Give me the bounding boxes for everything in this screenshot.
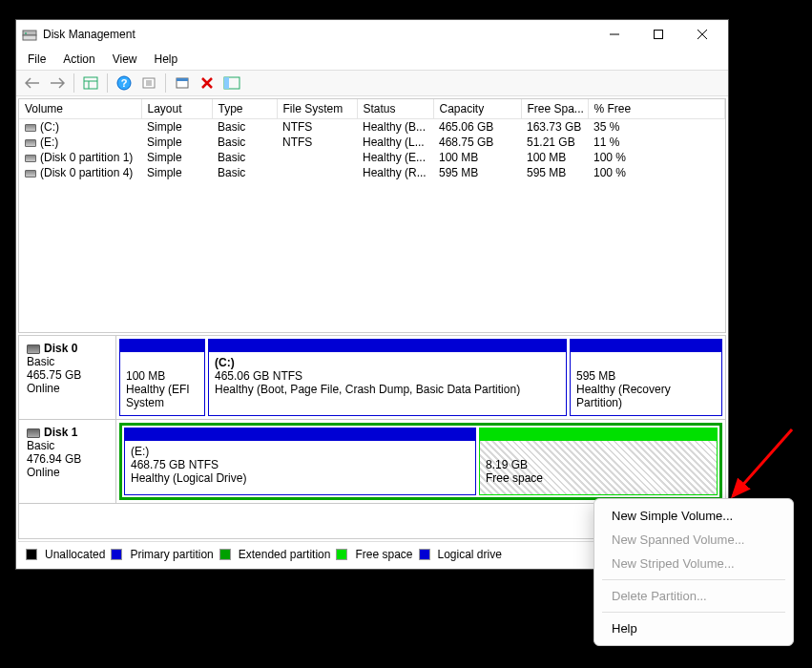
col-volume[interactable]: Volume: [19, 99, 141, 119]
disk-1-label[interactable]: Disk 1 Basic 476.94 GB Online: [19, 420, 116, 503]
svg-line-12: [733, 429, 792, 496]
disk1-freespace[interactable]: 8.19 GB Free space: [479, 428, 718, 495]
svg-text:?: ?: [121, 77, 128, 89]
app-icon: [22, 27, 37, 42]
disk-icon: [27, 428, 40, 438]
table-row[interactable]: (Disk 0 partition 4)SimpleBasicHealthy (…: [19, 165, 725, 180]
refresh-button[interactable]: [137, 73, 160, 94]
menu-file[interactable]: File: [20, 51, 53, 68]
ctx-help[interactable]: Help: [594, 616, 793, 640]
legend-free: Free space: [355, 548, 412, 561]
context-menu: New Simple Volume... New Spanned Volume.…: [593, 498, 794, 646]
legend-logical: Logical drive: [438, 548, 502, 561]
disk1-part-e[interactable]: (E:) 468.75 GB NTFS Healthy (Logical Dri…: [124, 428, 476, 495]
minimize-button[interactable]: [593, 20, 636, 49]
col-status[interactable]: Status: [357, 99, 433, 119]
delete-button[interactable]: [196, 73, 219, 94]
disk-management-window: Disk Management File Action View Help ? …: [15, 19, 729, 570]
maximize-button[interactable]: [636, 20, 680, 49]
volume-icon: [25, 139, 36, 147]
toolbar: ?: [16, 70, 728, 96]
ctx-new-striped-volume: New Striped Volume...: [594, 552, 793, 575]
disk-row-0: Disk 0 Basic 465.75 GB Online 100 MB Hea…: [19, 336, 725, 420]
disk1-extended-partition[interactable]: (E:) 468.75 GB NTFS Healthy (Logical Dri…: [119, 423, 722, 500]
disk-row-1: Disk 1 Basic 476.94 GB Online (E:) 468.7…: [19, 420, 725, 504]
ctx-delete-partition: Delete Partition...: [594, 584, 793, 608]
legend-extended: Extended partition: [239, 548, 331, 561]
close-button[interactable]: [680, 20, 724, 49]
menu-help[interactable]: Help: [147, 51, 186, 68]
disk-0-label[interactable]: Disk 0 Basic 465.75 GB Online: [19, 336, 116, 419]
svg-rect-1: [23, 35, 36, 40]
properties-button[interactable]: [171, 73, 194, 94]
menu-action[interactable]: Action: [55, 51, 102, 68]
back-button[interactable]: [21, 73, 44, 94]
window-title: Disk Management: [43, 28, 593, 41]
layout-button[interactable]: [220, 73, 243, 94]
svg-rect-0: [23, 31, 36, 35]
disk0-part-recovery[interactable]: 595 MB Healthy (Recovery Partition): [570, 339, 722, 416]
volume-icon: [25, 155, 36, 162]
disk-icon: [27, 344, 40, 354]
svg-rect-9: [177, 78, 188, 81]
col-layout[interactable]: Layout: [141, 99, 212, 119]
col-fs[interactable]: File System: [277, 99, 357, 119]
volume-list[interactable]: Volume Layout Type File System Status Ca…: [18, 98, 726, 333]
help-button[interactable]: ?: [113, 73, 135, 94]
svg-point-2: [25, 32, 27, 34]
forward-button[interactable]: [46, 73, 69, 94]
svg-rect-4: [84, 77, 97, 89]
ctx-new-spanned-volume: New Spanned Volume...: [594, 528, 793, 552]
volume-icon: [25, 170, 36, 177]
disk0-part-efi[interactable]: 100 MB Healthy (EFI System: [119, 339, 205, 416]
disk0-part-c[interactable]: (C:) 465.06 GB NTFS Healthy (Boot, Page …: [208, 339, 567, 416]
volume-icon: [25, 124, 36, 132]
ctx-new-simple-volume[interactable]: New Simple Volume...: [594, 504, 793, 528]
table-row[interactable]: (C:)SimpleBasicNTFSHealthy (B...465.06 G…: [19, 119, 725, 136]
titlebar[interactable]: Disk Management: [16, 20, 728, 49]
table-row[interactable]: (Disk 0 partition 1)SimpleBasicHealthy (…: [19, 150, 725, 165]
legend-unallocated: Unallocated: [45, 548, 105, 561]
menu-view[interactable]: View: [105, 51, 145, 68]
col-pct[interactable]: % Free: [588, 99, 725, 119]
menubar: File Action View Help: [16, 49, 728, 70]
legend-primary: Primary partition: [130, 548, 213, 561]
col-capacity[interactable]: Capacity: [433, 99, 521, 119]
svg-rect-3: [655, 31, 663, 39]
show-list-button[interactable]: [79, 73, 102, 94]
table-row[interactable]: (E:)SimpleBasicNTFSHealthy (L...468.75 G…: [19, 135, 725, 150]
col-type[interactable]: Type: [212, 99, 277, 119]
svg-rect-11: [224, 77, 229, 89]
col-free[interactable]: Free Spa...: [521, 99, 588, 119]
